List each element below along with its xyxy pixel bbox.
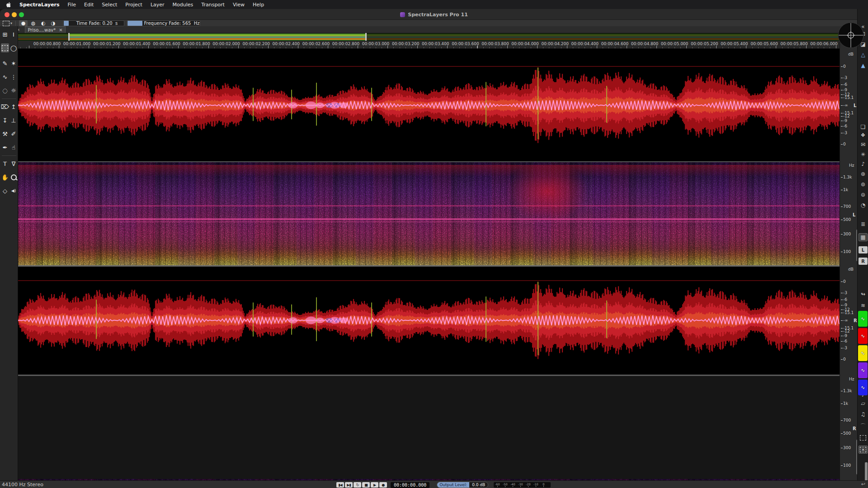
shield-panel-icon[interactable]: ❖ — [859, 131, 868, 139]
lasso-selection-tool[interactable]: ◯ — [9, 43, 18, 52]
db-unit-label: dB — [848, 267, 854, 272]
ruler-value-label: -9 — [841, 118, 854, 123]
unmix-balance-icon[interactable]: ◔ — [859, 201, 868, 209]
selection-rect-active-icon[interactable]: ✕ — [859, 446, 868, 454]
brush-selection-tool[interactable]: ✎ — [1, 59, 9, 68]
overview-range-handle[interactable] — [68, 33, 70, 41]
playback-tool[interactable]: ◀) — [9, 186, 18, 195]
document-tab[interactable]: Priso....wav* ✕ — [25, 26, 66, 33]
go-to-start-button[interactable]: ▮◀ — [336, 482, 344, 488]
dashed-rect-icon — [2, 45, 8, 51]
spectrogram-panel-left[interactable] — [18, 162, 840, 265]
ruler-value-label: -∞ — [841, 318, 854, 323]
pen-tool[interactable]: ✒ — [1, 143, 9, 152]
frequency-fade-field[interactable]: Frequency Fade: 565 Hz — [127, 20, 200, 26]
selection-rect-icon[interactable] — [859, 434, 868, 442]
time-fade-handle[interactable] — [64, 21, 69, 26]
menu-item-select[interactable]: Select — [102, 2, 117, 8]
mode-union-icon[interactable]: ◍ — [29, 20, 38, 26]
zoom-tool[interactable] — [9, 173, 18, 182]
overview-navigator[interactable] — [18, 33, 868, 41]
overview-range-handle[interactable] — [365, 33, 367, 41]
peak-display-icon[interactable]: ▲ — [859, 61, 868, 70]
channel-button-l[interactable]: L — [859, 246, 868, 253]
menu-item-help[interactable]: Help — [253, 2, 264, 8]
timeline-label: 00:00:02.400 — [273, 42, 300, 46]
close-tab-icon[interactable]: ✕ — [59, 28, 62, 33]
eraser-tool[interactable]: ⌦ — [1, 102, 9, 111]
clone-stamp-tool[interactable]: ⊥ — [9, 116, 18, 125]
menu-item-project[interactable]: Project — [125, 2, 142, 8]
transform-tool[interactable]: ⊞ — [1, 30, 9, 39]
panel-divider[interactable] — [18, 375, 858, 376]
navigation-wheel[interactable] — [837, 22, 864, 49]
loop-button[interactable]: ↻ — [354, 482, 361, 488]
waveform-panel-left[interactable] — [18, 49, 840, 161]
3d-display-tool[interactable]: ◇ — [1, 186, 9, 195]
layer-yellow[interactable]: ∿ — [858, 345, 868, 361]
magic-wand-tool[interactable]: ✶ — [9, 59, 18, 68]
frequency-fade-handle[interactable] — [127, 21, 142, 26]
unmix-song-icon[interactable]: ⊛ — [859, 170, 868, 178]
selection-preset-dropdown[interactable]: ▾ — [3, 21, 12, 26]
corner-collapse-icon[interactable]: ↩ — [861, 481, 865, 487]
menu-item-edit[interactable]: Edit — [84, 2, 94, 8]
menu-item-layer[interactable]: Layer — [151, 2, 165, 8]
frequency-selection-tool[interactable]: ∿ — [1, 72, 9, 81]
files-panel-icon[interactable]: ▱ — [859, 399, 868, 408]
attenuate-tool[interactable]: ↧ — [1, 116, 9, 125]
feedback-panel-icon[interactable]: ✉ — [859, 141, 868, 149]
mode-intersect-icon[interactable]: ◑ — [49, 20, 57, 26]
music-panel-icon[interactable]: ♪ — [859, 160, 868, 168]
frame-panel-icon[interactable]: ❏ — [859, 123, 868, 131]
apple-menu-icon[interactable] — [6, 2, 11, 8]
stop-button[interactable]: ■ — [362, 482, 370, 488]
channel-label: L — [853, 212, 855, 217]
history-panel-icon[interactable]: ≣ — [859, 220, 868, 228]
noise-selection-tool[interactable]: ☼ — [9, 86, 18, 95]
time-fade-field[interactable]: Time Fade: 0.20 s — [63, 20, 124, 26]
notes-panel-icon[interactable]: ♫ — [859, 410, 868, 418]
channel-button-r[interactable]: R — [859, 258, 868, 265]
unmix-tool[interactable]: ⚒ — [1, 129, 9, 138]
menu-item-modules[interactable]: Modules — [173, 2, 193, 8]
menu-item-view[interactable]: View — [233, 2, 245, 8]
unmix-voice-icon[interactable]: ⊜ — [859, 191, 868, 199]
record-button[interactable]: ● — [379, 482, 387, 488]
timeline-ruler[interactable]: 00:00:00.80000:00:01.00000:00:01.20000:0… — [18, 41, 840, 49]
play-button[interactable]: ▶ — [371, 482, 378, 488]
harmonics-selection-tool[interactable]: ⋮ — [9, 72, 18, 81]
smudge-tool[interactable]: ☝ — [9, 143, 18, 152]
layers-panel-icon[interactable]: ≋ — [859, 301, 868, 310]
routing-icon[interactable]: ↬ — [859, 290, 868, 298]
go-to-end-button[interactable]: ▶▮ — [345, 482, 353, 488]
timeline-label: 00:00:05.200 — [691, 42, 718, 46]
rectangular-selection-tool[interactable] — [1, 43, 9, 52]
output-level-value: 0.0 dB — [469, 483, 488, 487]
area-selection-tool[interactable]: ◌ — [1, 86, 9, 95]
layer-purple[interactable]: ∿ — [858, 362, 868, 378]
process-settings-icon[interactable]: ✳ — [859, 150, 868, 159]
menu-item-file[interactable]: File — [68, 2, 76, 8]
menu-item-spectralayers[interactable]: SpectraLayers — [19, 2, 60, 8]
pan-tool[interactable]: ✋ — [1, 173, 9, 182]
eyedropper-tool[interactable]: ∇ — [9, 159, 18, 168]
text-tool[interactable]: T — [1, 159, 9, 168]
layer-green[interactable]: ∿ — [858, 311, 868, 327]
waveform-panel-right[interactable] — [18, 267, 840, 375]
fade-display-icon[interactable]: △ — [859, 51, 868, 59]
menu-item-transport[interactable]: Transport — [201, 2, 225, 8]
channel-label: L — [854, 103, 856, 108]
time-selection-tool[interactable]: I — [9, 30, 18, 39]
heal-tool[interactable]: ✐ — [9, 129, 18, 138]
selection-panel-icon[interactable]: ▦ — [859, 233, 868, 241]
layer-blue[interactable]: ∿ — [858, 380, 868, 395]
amplify-tool[interactable]: ↥ — [9, 102, 18, 111]
layer-red[interactable]: ∿ — [858, 328, 868, 344]
unmix-stem-icon[interactable]: ⊚ — [859, 180, 868, 188]
fade-curve-icon[interactable]: ⌒ — [859, 422, 868, 430]
output-level-control[interactable]: Output Level: 0.0 dB — [437, 482, 488, 488]
mode-subtract-icon[interactable]: ◐ — [39, 20, 47, 26]
mode-replace-icon[interactable]: ● — [19, 20, 28, 26]
ruler-value-label: -15.1 — [841, 310, 854, 315]
